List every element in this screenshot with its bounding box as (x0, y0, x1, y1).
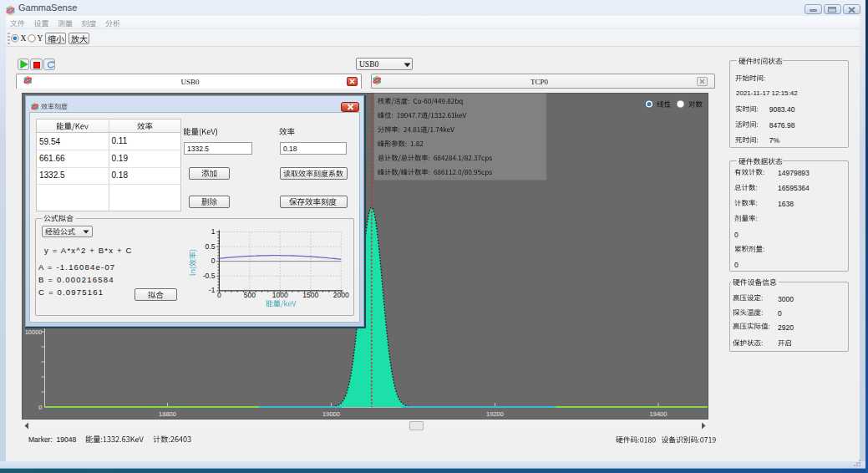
svg-text:2000: 2000 (333, 291, 349, 299)
svg-text:10000: 10000 (25, 328, 43, 336)
svg-text:19200: 19200 (486, 410, 504, 418)
svg-text:1: 1 (211, 227, 216, 236)
svg-text:-0.5: -0.5 (203, 272, 216, 280)
svg-text:1500: 1500 (302, 291, 318, 299)
svg-text:19400: 19400 (650, 410, 667, 418)
svg-text:0.5: 0.5 (206, 242, 216, 251)
svg-text:0: 0 (217, 291, 221, 299)
svg-text:500: 500 (244, 291, 256, 299)
svg-text:18800: 18800 (159, 410, 176, 418)
svg-text:19000: 19000 (322, 410, 340, 418)
svg-text:0: 0 (211, 257, 216, 265)
svg-text:0: 0 (38, 404, 42, 411)
svg-text:-1: -1 (209, 286, 216, 294)
svg-text:1000: 1000 (272, 291, 288, 299)
